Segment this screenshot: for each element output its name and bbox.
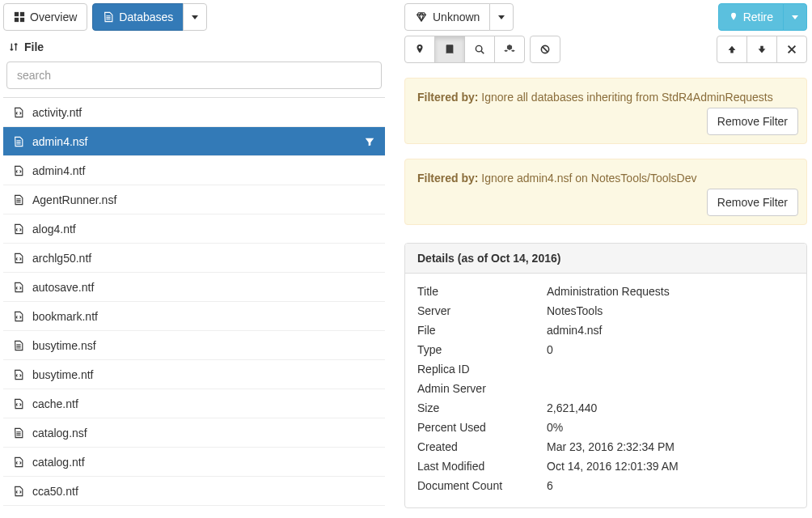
details-key: Server (417, 304, 547, 317)
file-code-icon (13, 369, 24, 380)
details-row: Size2,621,440 (417, 398, 794, 418)
list-item[interactable]: cca50.ntf (3, 477, 385, 506)
list-item[interactable]: catalog.nsf (3, 418, 385, 448)
pin-icon (414, 44, 425, 55)
overview-button[interactable]: Overview (3, 3, 87, 31)
file-code-icon (13, 398, 24, 410)
list-item[interactable]: autosave.ntf (3, 273, 385, 302)
left-toolbar: Overview Databases (3, 3, 385, 31)
details-value: 6 (547, 479, 794, 492)
details-key: Title (417, 285, 547, 298)
file-code-icon (13, 311, 24, 322)
databases-dropdown-toggle[interactable] (183, 3, 207, 31)
nav-close-button[interactable] (776, 36, 807, 63)
databases-label: Databases (119, 11, 173, 23)
details-key: File (417, 324, 547, 337)
view-search-button[interactable] (464, 36, 495, 63)
filter-icon (364, 136, 375, 147)
list-item[interactable]: bookmark.ntf (3, 302, 385, 331)
list-item-label: cca50.ntf (32, 485, 78, 498)
list-item[interactable]: admin4.nsf (3, 127, 385, 156)
retire-dropdown-toggle[interactable] (783, 3, 807, 31)
filter-alert: Filtered by: Ignore admin4.nsf on NotesT… (404, 159, 807, 225)
view-book-button[interactable] (434, 36, 465, 63)
details-body: TitleAdministration RequestsServerNotesT… (405, 274, 806, 507)
unknown-dropdown-toggle[interactable] (489, 3, 514, 31)
file-code-icon (13, 107, 24, 118)
details-heading: Details (as of Oct 14, 2016) (405, 244, 806, 274)
retire-button-group: Retire (718, 3, 807, 31)
details-row: Fileadmin4.nsf (417, 321, 794, 340)
details-row: CreatedMar 23, 2016 2:32:34 PM (417, 437, 794, 456)
unknown-button-group: Unknown (404, 3, 514, 31)
file-code-icon (13, 486, 24, 497)
view-cubes-button[interactable] (494, 36, 525, 63)
list-item[interactable]: AgentRunner.nsf (3, 185, 385, 214)
details-row: ServerNotesTools (417, 301, 794, 321)
list-item[interactable]: admin4.ntf (3, 156, 385, 185)
nav-down-button[interactable] (746, 36, 777, 63)
details-row: Replica ID (417, 359, 794, 379)
databases-file-icon (103, 11, 114, 23)
retire-button[interactable]: Retire (718, 3, 784, 31)
list-item-label: cache.ntf (32, 397, 78, 410)
view-ban-button[interactable] (530, 36, 560, 63)
list-item-label: busytime.ntf (32, 368, 93, 381)
unknown-button[interactable]: Unknown (404, 3, 490, 31)
caret-down-icon (192, 15, 198, 19)
list-item-label: catalog.ntf (32, 456, 85, 469)
arrow-up-icon (726, 44, 738, 55)
details-key: Percent Used (417, 421, 547, 434)
sort-icon (8, 41, 19, 53)
file-text-icon (13, 136, 24, 147)
details-value: Mar 23, 2016 2:32:34 PM (547, 440, 794, 453)
unknown-label: Unknown (433, 11, 480, 23)
sort-header[interactable]: File (3, 31, 385, 62)
details-value: 0% (547, 421, 794, 434)
details-key: Type (417, 343, 547, 356)
databases-button-group: Databases (92, 3, 207, 31)
filter-text: Ignore all databases inheriting from Std… (481, 91, 772, 104)
book-icon (443, 44, 456, 55)
file-text-icon (13, 340, 24, 351)
search-wrap (3, 62, 385, 97)
details-key: Document Count (417, 479, 547, 492)
details-row: TitleAdministration Requests (417, 282, 794, 301)
details-value: 0 (547, 343, 794, 356)
list-item[interactable]: alog4.ntf (3, 214, 385, 244)
remove-filter-button[interactable]: Remove Filter (707, 108, 798, 135)
details-panel: Details (as of Oct 14, 2016) TitleAdmini… (404, 243, 807, 508)
list-item-label: admin4.ntf (32, 164, 85, 177)
list-item[interactable]: catalog.ntf (3, 448, 385, 477)
nav-up-button[interactable] (717, 36, 747, 63)
retire-label: Retire (743, 11, 773, 23)
databases-button[interactable]: Databases (92, 3, 184, 31)
overview-label: Overview (30, 11, 77, 23)
overview-grid-icon (14, 11, 25, 23)
list-item[interactable]: busytime.nsf (3, 331, 385, 360)
arrow-down-icon (756, 44, 768, 55)
cubes-icon (503, 44, 516, 55)
details-key: Admin Server (417, 382, 547, 395)
filter-alerts: Filtered by: Ignore all databases inheri… (404, 63, 807, 225)
file-code-icon (13, 253, 24, 264)
remove-filter-button[interactable]: Remove Filter (707, 189, 798, 216)
list-item[interactable]: activity.ntf (3, 98, 385, 127)
details-value (547, 382, 794, 395)
file-text-icon (13, 194, 24, 206)
right-toolbar-1: Unknown Retire (404, 3, 807, 31)
list-item[interactable]: archlg50.ntf (3, 244, 385, 273)
details-value: Oct 14, 2016 12:01:39 AM (547, 460, 794, 473)
list-item[interactable]: busytime.ntf (3, 360, 385, 389)
filter-prefix: Filtered by: (417, 172, 478, 185)
file-code-icon (13, 165, 24, 176)
list-item-label: autosave.ntf (32, 281, 94, 294)
list-item[interactable]: cache.ntf (3, 389, 385, 418)
details-key: Last Modified (417, 460, 547, 473)
search-input[interactable] (6, 62, 382, 89)
caret-down-icon (498, 15, 505, 19)
view-pin-button[interactable] (404, 36, 435, 63)
details-value: Administration Requests (547, 285, 794, 298)
filter-prefix: Filtered by: (417, 91, 478, 104)
list-item-label: AgentRunner.nsf (32, 193, 116, 206)
